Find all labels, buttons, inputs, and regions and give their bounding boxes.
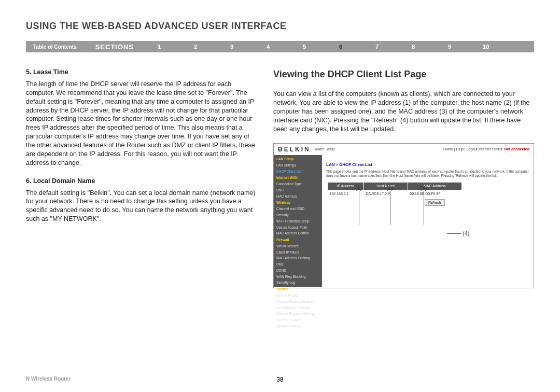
sidebar-item[interactable]: Firmware Update [274, 317, 322, 324]
sidebar-header: Firewall [274, 237, 322, 244]
lease-time-body: The length of time the DHCP server will … [26, 80, 258, 167]
sidebar-header: Internet WAN [274, 175, 322, 181]
local-domain-heading: 6. Local Domain Name [26, 177, 258, 186]
sidebar-item[interactable]: WAN Ping Blocking [274, 274, 322, 280]
section-5[interactable]: 5 [286, 44, 323, 50]
sidebar-item[interactable]: Wi-Fi Protected Setup [274, 218, 322, 225]
toc-link[interactable]: Table of Contents [26, 44, 84, 50]
sidebar-item[interactable]: LAN Settings [274, 162, 322, 169]
section-8[interactable]: 8 [395, 44, 431, 50]
dhcp-client-list-title: Viewing the DHCP Client List Page [273, 68, 534, 80]
sidebar-item[interactable]: Restore Previous Settings [274, 311, 322, 317]
sidebar-item[interactable]: Virtual Servers [274, 243, 322, 249]
section-7[interactable]: 7 [359, 44, 395, 50]
table-row: 192.168.2.2 DAVIDS-LT-XP 00:18:8B:D0:F5:… [328, 190, 462, 197]
callout-line-3 [424, 191, 424, 225]
callout-1: (1) [355, 185, 362, 191]
section-9[interactable]: 9 [431, 44, 468, 50]
section-navbar: Table of Contents SECTIONS 1 2 3 4 5 6 7… [26, 41, 534, 52]
col-host: Host Name [363, 183, 408, 190]
sidebar-header: Utilities [274, 286, 322, 293]
section-1[interactable]: 1 [141, 44, 177, 50]
callout-line-1 [359, 191, 359, 225]
router-sidebar: LAN SetupLAN SettingsDHCP Client ListInt… [274, 155, 322, 287]
sidebar-item[interactable]: Security Log [274, 280, 322, 286]
sidebar-item[interactable]: Security [274, 213, 322, 219]
section-2[interactable]: 2 [177, 44, 214, 50]
lease-time-heading: 5. Lease Time [26, 68, 258, 77]
local-domain-body: The default setting is "Belkin". You can… [26, 189, 258, 224]
belkin-logo: BELKIN Router Setup [278, 145, 335, 153]
sidebar-item[interactable]: DMZ [274, 262, 322, 268]
page-description: This page shows you the IP address, Host… [326, 170, 529, 178]
internet-status: Not connected [504, 147, 529, 151]
page-number: 38 [276, 376, 283, 383]
refresh-button[interactable]: Refresh [425, 199, 445, 206]
col-mac: MAC Address [408, 183, 461, 190]
sidebar-item[interactable]: Use as Access Point [274, 225, 322, 231]
sidebar-item[interactable]: Connection Type [274, 181, 322, 188]
sections-label: SECTIONS [84, 43, 141, 51]
right-column: Viewing the DHCP Client List Page You ca… [273, 68, 534, 288]
sidebar-item[interactable]: MAC Address [274, 193, 322, 200]
sidebar-item[interactable]: MAC Address Control [274, 231, 322, 237]
section-3[interactable]: 3 [214, 44, 250, 50]
callout-line-4 [447, 233, 461, 234]
sidebar-item[interactable]: Channel and SSID [274, 206, 322, 213]
sidebar-item[interactable]: Client IP Filters [274, 249, 322, 256]
sidebar-item[interactable]: DDNS [274, 268, 322, 274]
breadcrumb: LAN > DHCP Client List [326, 162, 529, 168]
sidebar-item[interactable]: Save/Backup Settings [274, 305, 322, 311]
client-table: IP Address Host Name MAC Address 192.168… [327, 182, 462, 197]
router-screenshot: BELKIN Router Setup Home | Help | Logout… [273, 143, 534, 288]
section-6[interactable]: 6 [323, 44, 359, 50]
left-column: 5. Lease Time The length of time the DHC… [26, 68, 258, 288]
sidebar-header: Wireless [274, 200, 322, 206]
top-links: Home | Help | Logout Internet Status: No… [443, 147, 529, 151]
callout-line-2 [390, 191, 390, 225]
page-footer: N Wireless Router 38 [0, 376, 560, 382]
sidebar-header: LAN Setup [274, 156, 322, 163]
callout-4: (4) [463, 230, 469, 236]
callout-3: (3) [420, 185, 427, 191]
callout-2: (2) [386, 185, 393, 191]
sidebar-item[interactable]: System Settings [274, 323, 322, 329]
section-10[interactable]: 10 [468, 44, 504, 50]
page-title: USING THE WEB-BASED ADVANCED USER INTERF… [26, 21, 534, 32]
sidebar-item[interactable]: DHCP Client List [274, 169, 322, 175]
sidebar-item[interactable]: DNS [274, 188, 322, 194]
sidebar-item[interactable]: Restore Factory Defaults [274, 299, 322, 305]
section-4[interactable]: 4 [250, 44, 286, 50]
dhcp-client-list-body: You can view a list of the computers (kn… [273, 90, 534, 133]
sidebar-item[interactable]: MAC Address Filtering [274, 256, 322, 262]
sidebar-item[interactable]: Restart Router [274, 293, 322, 299]
